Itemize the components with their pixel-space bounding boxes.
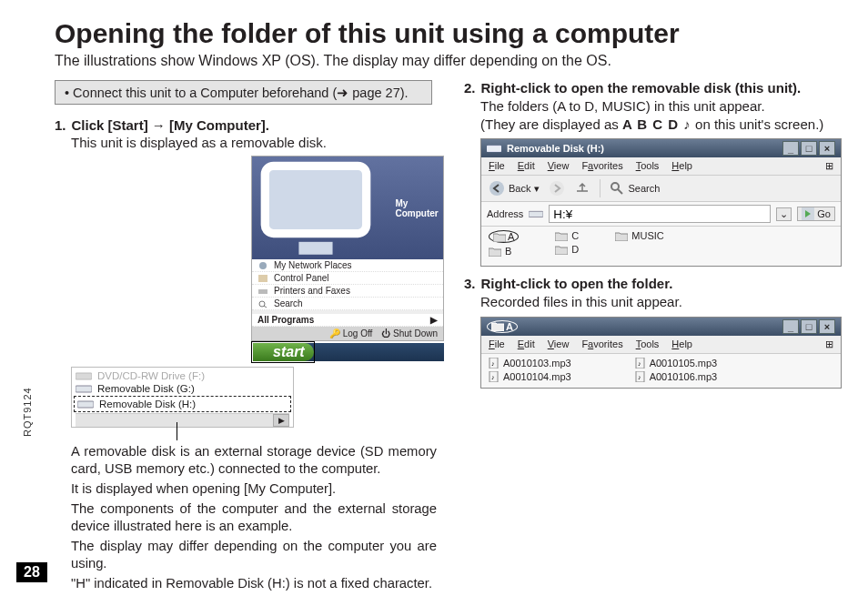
- folder-icon: [493, 232, 506, 242]
- menu-file: File: [489, 338, 505, 350]
- step2-heading: Right-click to open the removable disk (…: [481, 80, 802, 96]
- win2-menubar: File Edit View Favorites Tools Help ⊞: [481, 157, 841, 176]
- callout-line: [71, 428, 285, 440]
- maximize-icon: □: [801, 319, 817, 334]
- up-icon: [574, 180, 590, 197]
- computer-icon: [257, 157, 392, 258]
- close-icon: ×: [819, 319, 835, 334]
- start-menu: My Computer My Network Places Control Pa…: [251, 156, 444, 341]
- win3-title: A: [506, 321, 513, 332]
- audio-file-icon: ♪: [635, 371, 646, 382]
- prereq-note: • Connect this unit to a Computer before…: [55, 80, 432, 105]
- step1-heading-row: 1. Click [Start] → [My Computer].: [55, 117, 437, 133]
- menu-tools: Tools: [636, 160, 660, 172]
- left-column: • Connect this unit to a Computer before…: [55, 80, 437, 592]
- manual-page: Opening the folder of this unit using a …: [0, 0, 868, 616]
- svg-rect-9: [77, 401, 94, 408]
- figure-2-window: Removable Disk (H:) _ □ × File Edit View…: [480, 138, 842, 267]
- step1-p1: A removable disk is an external storage …: [71, 443, 437, 478]
- go-icon: [802, 207, 814, 220]
- step3-heading: Right-click to open the folder.: [481, 276, 673, 291]
- figure-3-window: A _ □ × File Edit View Favorites Tools H…: [480, 317, 842, 389]
- arrow-icon: ➜: [337, 86, 348, 100]
- audio-file-icon: ♪: [489, 358, 500, 369]
- sm-item-search: Search: [252, 298, 443, 310]
- my-computer-title: My Computer: [252, 157, 443, 259]
- menu-edit: Edit: [518, 338, 535, 350]
- sm-item-network: My Network Places: [252, 259, 443, 272]
- removable-icon: [487, 143, 501, 154]
- step3-sub: Recorded files in this unit appear.: [480, 293, 846, 311]
- winflag-icon: ⊞: [825, 160, 833, 172]
- close-icon: ×: [819, 141, 835, 156]
- svg-rect-8: [76, 386, 92, 392]
- winflag-icon: ⊞: [825, 338, 833, 350]
- file-2: ♪A0010104.mp3: [489, 371, 571, 382]
- step1-sub: This unit is displayed as a removable di…: [71, 135, 437, 150]
- step1-heading: Click [Start] → [My Computer].: [72, 117, 270, 133]
- svg-text:♪: ♪: [638, 374, 641, 380]
- svg-rect-10: [487, 146, 501, 151]
- address-label: Address: [487, 208, 523, 219]
- figure-1: My Computer My Network Places Control Pa…: [71, 156, 444, 440]
- scrollbar: ▶: [76, 413, 289, 427]
- minimize-icon: _: [782, 141, 799, 156]
- svg-rect-15: [529, 211, 543, 217]
- logoff: 🔑 Log Off: [329, 328, 372, 338]
- drive-icon: [76, 370, 92, 381]
- start-button: start: [253, 343, 314, 361]
- my-computer-label: My Computer: [396, 198, 439, 218]
- folder-icon: [615, 231, 628, 241]
- note-text-b: page 27).: [348, 86, 408, 100]
- svg-point-12: [550, 181, 564, 196]
- menu-favorites: Favorites: [581, 160, 622, 172]
- file-1: ♪A0010103.mp3: [489, 358, 571, 369]
- folder-icon: [555, 231, 568, 241]
- step1-p5: "H" indicated in Removable Disk (H:) is …: [71, 575, 437, 592]
- folder-icon: [489, 247, 501, 257]
- svg-rect-3: [258, 275, 267, 282]
- svg-text:♪: ♪: [491, 360, 495, 367]
- sm-all-programs: All Programs▶: [252, 314, 443, 327]
- sm-item-control-panel: Control Panel: [252, 272, 443, 285]
- folder-icon: [491, 321, 504, 331]
- unit-screen-glyphs: A B C D ♪: [622, 116, 691, 132]
- disk-list: DVD/CD-RW Drive (F:) Removable Disk (G:)…: [71, 367, 294, 428]
- folder-music: MUSIC: [615, 230, 663, 241]
- svg-rect-4: [258, 289, 267, 294]
- step2-heading-row: 2. Right-click to open the removable dis…: [464, 80, 846, 96]
- svg-point-11: [490, 181, 504, 196]
- step2-number: 2.: [464, 80, 476, 96]
- audio-file-icon: ♪: [489, 371, 500, 382]
- disk-row-g: Removable Disk (G:): [76, 382, 289, 395]
- page-subtitle: The illustrations show Windows XP (OS). …: [55, 53, 846, 69]
- sm-item-printers: Printers and Faxes: [252, 285, 443, 298]
- folder-a: A: [489, 230, 519, 243]
- win2-toolbar: Back▾ Search: [481, 176, 841, 202]
- shutdown: ⏻ Shut Down: [381, 328, 438, 338]
- forward-icon: [549, 180, 565, 197]
- scroll-right-icon: ▶: [273, 414, 289, 427]
- taskbar: start: [253, 343, 444, 361]
- right-column: 2. Right-click to open the removable dis…: [464, 80, 846, 592]
- go-button: Go: [797, 207, 835, 221]
- maximize-icon: □: [801, 141, 817, 156]
- removable-icon: [529, 208, 543, 219]
- note-text-a: • Connect this unit to a Computer before…: [65, 86, 337, 100]
- disk-row-dvd: DVD/CD-RW Drive (F:): [76, 369, 289, 382]
- step1-number: 1.: [55, 117, 66, 133]
- page-title: Opening the folder of this unit using a …: [55, 18, 846, 49]
- svg-line-14: [618, 189, 622, 194]
- step1-p2: It is displayed when opening [My Compute…: [71, 480, 437, 498]
- folder-b: B: [489, 246, 519, 257]
- back-icon: [489, 180, 505, 197]
- address-input: [549, 205, 771, 223]
- svg-line-6: [264, 306, 267, 308]
- step1-p3: The components of the computer and the e…: [71, 500, 437, 535]
- removable-icon: [77, 399, 94, 409]
- svg-text:♪: ♪: [491, 374, 495, 380]
- removable-icon: [76, 383, 92, 394]
- file-3: ♪A0010105.mp3: [635, 358, 718, 369]
- svg-rect-1: [298, 242, 332, 255]
- dropdown-icon: ⌄: [776, 207, 792, 221]
